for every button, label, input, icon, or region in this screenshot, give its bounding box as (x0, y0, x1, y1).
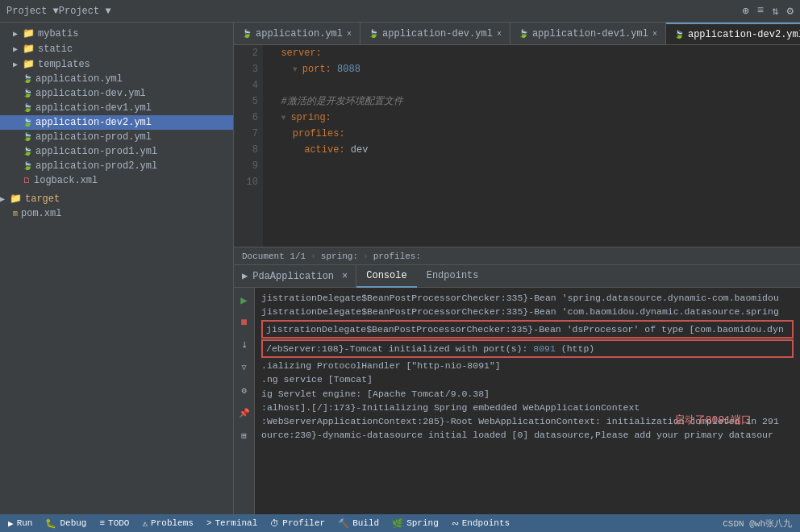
editor-area: 🍃 application.yml × 🍃 application-dev.ym… (234, 23, 800, 264)
tree-item-label: application-dev1.yml (35, 102, 152, 114)
yml-icon: 🍃 (23, 132, 32, 142)
spring-icon: 🌿 (392, 518, 403, 529)
editor-run-area: 🍃 application.yml × 🍃 application-dev.ym… (234, 23, 800, 514)
terminal-label: Terminal (215, 518, 258, 528)
status-profiler[interactable]: ⏱ Profiler (270, 518, 325, 529)
tree-item-application-yml[interactable]: 🍃 application.yml (0, 72, 233, 86)
tree-item-label: application-dev2.yml (35, 117, 152, 128)
debug-icon: 🐛 (45, 518, 56, 529)
folder-icon: 📁 (23, 43, 35, 55)
fold-icon[interactable]: ▼ (293, 62, 302, 72)
tree-item-application-prod2-yml[interactable]: 🍃 application-prod2.yml (0, 159, 233, 173)
project-title-text: Project ▼ (59, 6, 111, 17)
run-close-icon[interactable]: × (342, 271, 348, 282)
tree-item-label: application.yml (35, 73, 123, 85)
line-num: 7 (239, 126, 258, 142)
tree-item-application-prod-yml[interactable]: 🍃 application-prod.yml (0, 130, 233, 144)
breadcrumb-sep: › (363, 251, 369, 261)
tree-item-application-dev1-yml[interactable]: 🍃 application-dev1.yml (0, 101, 233, 115)
run-restart-btn[interactable]: ▶ (235, 291, 253, 309)
tree-item-templates[interactable]: ▶ 📁 templates (0, 56, 233, 72)
run-scroll-end-btn[interactable]: ⤓ (235, 336, 253, 354)
tab-label: application-dev2.yml (688, 29, 800, 40)
status-todo[interactable]: ≡ TODO (99, 518, 129, 528)
tab-application-dev1-yml[interactable]: 🍃 application-dev1.yml × (510, 23, 666, 45)
terminal-icon: > (206, 518, 212, 528)
console-line: jistrationDelegate$BeanPostProcessorChec… (261, 305, 794, 318)
toolbar-icon-1[interactable]: ⊕ (742, 4, 748, 18)
folder-icon: 📁 (10, 193, 22, 205)
status-build[interactable]: 🔨 Build (338, 518, 379, 529)
tree-item-logback-xml[interactable]: 🗋 logback.xml (0, 173, 233, 188)
console-line-tomcat: /ebServer:108}-Tomcat initialized with p… (261, 339, 794, 358)
code-line (269, 77, 794, 94)
line-num: 3 (239, 61, 258, 77)
run-filter-btn[interactable]: ▽ (235, 359, 253, 376)
run-settings-btn[interactable]: ⚙ (235, 381, 253, 399)
tab-application-dev-yml[interactable]: 🍃 application-dev.yml × (360, 23, 510, 45)
tab-close-icon[interactable]: × (347, 30, 352, 39)
profiler-icon: ⏱ (270, 518, 279, 529)
content-split: ▶ 📁 mybatis ▶ 📁 static ▶ 📁 templates (0, 23, 800, 514)
code-editor[interactable]: 2 3 4 5 6 7 8 9 10 server: ▼port: 8088 (234, 45, 800, 247)
expand-arrow: ▶ (13, 44, 23, 54)
fold-icon[interactable]: ▼ (281, 110, 290, 120)
console-line: .ializing ProtocolHandler ["http-nio-809… (261, 359, 794, 372)
tab-close-icon[interactable]: × (652, 30, 657, 39)
run-toolbar: ▶ ■ ⤓ ▽ ⚙ 📌 ⊞ (234, 288, 255, 514)
tree-item-label: target (25, 193, 60, 205)
toolbar-icon-4[interactable]: ⚙ (787, 4, 794, 18)
toolbar-icon-3[interactable]: ⇅ (772, 4, 778, 18)
build-icon: 🔨 (338, 518, 349, 529)
toolbar-icon-2[interactable]: ≡ (757, 4, 764, 18)
tree-item-pom-xml[interactable]: m pom.xml (0, 206, 233, 221)
ide-toolbar: Project ▼ Project ▼ ⊕ ≡ ⇅ ⚙ (0, 0, 800, 23)
status-spring[interactable]: 🌿 Spring (392, 518, 439, 529)
tree-item-mybatis[interactable]: ▶ 📁 mybatis (0, 26, 233, 41)
status-problems[interactable]: ⚠ Problems (142, 518, 193, 529)
tree-item-static[interactable]: ▶ 📁 static (0, 41, 233, 56)
yml-icon: 🍃 (23, 74, 32, 84)
status-run[interactable]: ▶ Run (8, 518, 32, 529)
status-endpoints[interactable]: ∾ Endpoints (452, 518, 510, 529)
csdn-credit: CSDN @wh张八九 (723, 517, 792, 530)
breadcrumb-profiles[interactable]: profiles: (373, 251, 421, 261)
tab-close-icon[interactable]: × (497, 30, 502, 39)
run-label: ▶ PdaApplication × (234, 265, 356, 288)
run-layout-btn[interactable]: ⊞ (235, 426, 253, 444)
profiler-label: Profiler (282, 518, 325, 528)
console-line: jistrationDelegate$BeanPostProcessorChec… (261, 291, 794, 305)
run-status-label: Run (17, 518, 33, 528)
run-pin-btn[interactable]: 📌 (235, 404, 253, 422)
breadcrumb-spring[interactable]: spring: (321, 251, 358, 261)
run-icon: ▶ (242, 270, 248, 282)
console-output[interactable]: jistrationDelegate$BeanPostProcessorChec… (255, 288, 800, 514)
debug-label: Debug (60, 518, 86, 528)
tab-endpoints-label: Endpoints (427, 270, 479, 281)
tree-item-application-dev-yml[interactable]: 🍃 application-dev.yml (0, 86, 233, 101)
run-stop-btn[interactable]: ■ (235, 314, 253, 331)
tree-item-application-dev2-yml[interactable]: 🍃 application-dev2.yml (0, 115, 233, 130)
status-debug[interactable]: 🐛 Debug (45, 518, 86, 529)
tree-item-target[interactable]: ▶ 📁 target (0, 191, 233, 206)
endpoints-icon: ∾ (452, 518, 459, 529)
tab-application-yml[interactable]: 🍃 application.yml × (234, 23, 360, 45)
tab-application-dev2-yml[interactable]: 🍃 application-dev2.yml × (666, 23, 800, 45)
run-tabs-bar: ▶ PdaApplication × Console Endpoints (234, 265, 800, 288)
code-content[interactable]: server: ▼port: 8088 #激活的是开发环境配置文件 ▼sprin… (263, 45, 800, 247)
console-line: ource:230}-dynamic-datasource initial lo… (261, 428, 794, 442)
line-num: 4 (239, 77, 258, 94)
line-num: 10 (239, 174, 258, 190)
yml-tab-icon: 🍃 (674, 30, 684, 39)
line-num: 8 (239, 142, 258, 158)
csdn-label: CSDN @wh张八九 (723, 519, 792, 529)
tab-console[interactable]: Console (356, 265, 416, 288)
tree-item-application-prod1-yml[interactable]: 🍃 application-prod1.yml (0, 144, 233, 159)
status-terminal[interactable]: > Terminal (206, 518, 257, 528)
yml-tab-icon: 🍃 (369, 29, 378, 39)
tree-item-label: pom.xml (21, 208, 61, 219)
line-num: 6 (239, 110, 258, 126)
tab-endpoints[interactable]: Endpoints (417, 265, 489, 288)
project-label[interactable]: Project ▼ (6, 6, 59, 17)
expand-arrow: ▶ (0, 194, 10, 204)
